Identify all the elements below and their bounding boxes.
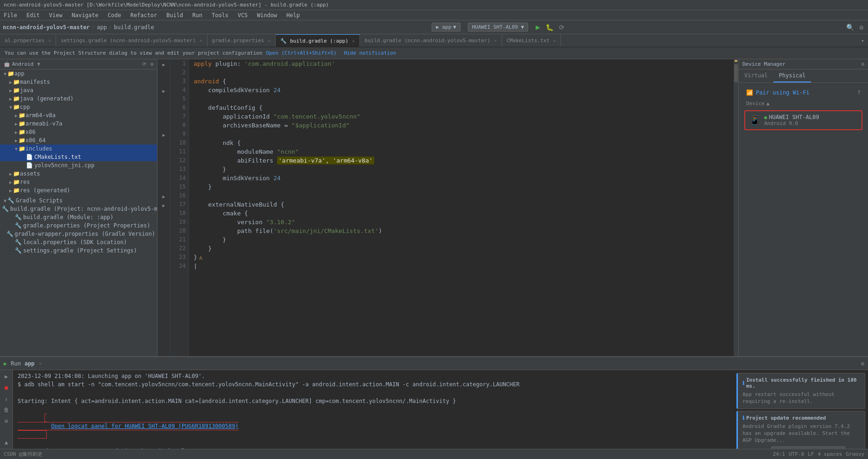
close-icon[interactable]: ✕ [352,38,355,44]
notif-more-link[interactable]: More [848,448,861,449]
logcat-link[interactable]: Open logcat panel for HUAWEI SHT-AL09 (P… [18,414,239,439]
run-settings-icon[interactable]: ⚙ [861,360,864,367]
run-config-dropdown[interactable]: ▶ app ▼ [432,23,460,31]
tree-item-res[interactable]: ▶ 📁 res [0,178,157,186]
tree-item-includes[interactable]: ▼ 📁 includes [0,145,157,153]
device-section-label: Device [746,101,765,107]
open-project-structure-link[interactable]: Open (Ctrl+Alt+Shift+S) [266,50,336,56]
tree-item-cmakelists[interactable]: 📄 CMakeLists.txt [0,153,157,161]
device-manager-settings-icon[interactable]: ⚙ [861,61,864,67]
tab-settings-gradle[interactable]: settings.gradle (ncnn-android-yolov5-mas… [56,34,207,47]
sidebar-sync-icon[interactable]: ⟳ [142,61,146,67]
tree-item-res-generated[interactable]: ▶ 📁 res (generated) [0,186,157,195]
tree-item-build-gradle-project[interactable]: 🔧 build.gradle (Project: ncnn-android-yo… [0,205,157,213]
expand-arrow: ▶ [15,130,18,135]
menu-view[interactable]: View [47,12,64,19]
menu-run[interactable]: Run [190,12,204,19]
agp-upgrade-button[interactable]: Start AGP Upgrade Assistant [771,446,845,449]
code-line-11: moduleName "ncnn" [194,147,729,156]
sidebar-gear-icon[interactable]: ⚙ [150,61,153,67]
device-section-arrow: ▲ [767,101,770,107]
run-filter-button[interactable]: ⚙ [2,416,11,426]
dm-tab-virtual[interactable]: Virtual [739,69,774,82]
tree-item-x86[interactable]: ▶ 📁 x86 [0,128,157,136]
menu-window[interactable]: Window [255,12,279,19]
menu-code[interactable]: Code [106,12,123,19]
sidebar-dropdown-icon[interactable]: ▼ [37,61,40,67]
code-line-10: ndk { [194,138,729,147]
run-log: 2023-12-09 21:04:08: Launching app on 'H… [13,370,734,449]
run-tab-close[interactable]: ✕ [39,361,42,366]
tree-item-gradle-properties[interactable]: 🔧 gradle.properties (Project Properties) [0,221,157,230]
tree-item-armeabi-v7a[interactable]: ▶ 📁 armeabi-v7a [0,119,157,128]
tab-al-properties[interactable]: al.properties ✕ [0,34,56,47]
close-icon[interactable]: ✕ [494,38,497,43]
run-fold-button[interactable]: ▲ [2,438,11,447]
device-card-huawei[interactable]: 📱 ● HUAWEI SHT-AL09 Android 9.0 [744,110,862,130]
pair-wifi-label: Pair using Wi-Fi [756,89,810,96]
close-icon[interactable]: ✕ [48,38,51,43]
logcat-link-text[interactable]: Open logcat panel for HUAWEI SHT-AL09 (P… [51,423,239,429]
menu-vcs[interactable]: VCS [236,12,250,19]
tab-cmakelists[interactable]: CMakeLists.txt ✕ [502,34,561,47]
tree-item-arm64-v8a[interactable]: ▶ 📁 arm64-v8a [0,111,157,119]
gradle-icon: 🔧 [280,38,287,44]
close-icon[interactable]: ✕ [553,38,556,43]
menu-refactor[interactable]: Refactor [128,12,159,19]
editor-scrollbar[interactable] [734,59,738,356]
toolbar-sync[interactable]: ⟳ [557,24,566,31]
device-selector[interactable]: HUAWEI SHT-AL09 ▼ [468,23,528,31]
tab-gradle-properties[interactable]: gradle.properties ✕ [208,34,276,47]
run-button[interactable]: ▶ [534,23,542,31]
folder-icon: 📁 [13,187,20,194]
run-restart-button[interactable]: ▶ [2,372,11,381]
code-line-13: } [194,165,729,174]
dm-tab-physical[interactable]: Physical [774,69,811,82]
debug-button[interactable]: 🐛 [544,24,555,31]
close-icon[interactable]: ✕ [200,38,202,43]
menu-tools[interactable]: Tools [210,12,230,19]
tree-item-assets[interactable]: ▶ 📁 assets [0,170,157,178]
tree-item-yolov5-jni[interactable]: 📄 yolov5ncnn_jni.cpp [0,161,157,170]
run-scroll-end-button[interactable]: ↓ [2,394,11,403]
menu-navigate[interactable]: Navigate [70,12,101,19]
help-icon[interactable]: ? [857,89,861,96]
tree-item-build-gradle-module[interactable]: 🔧 build.gradle (Module: :app) [0,213,157,221]
menu-build[interactable]: Build [164,12,185,19]
tree-item-gradle-wrapper[interactable]: 🔧 gradle-wrapper.properties (Gradle Vers… [0,230,157,238]
folder-icon: 📁 [13,170,20,177]
code-editor[interactable]: apply plugin: 'com.android.application' … [189,59,734,356]
android-icon: 🤖 [4,61,10,67]
log-line-5[interactable]: Open logcat panel for HUAWEI SHT-AL09 (P… [18,405,729,447]
expand-arrow: ▶ [15,113,18,118]
tree-item-app[interactable]: ▼ 📁 app [0,69,157,78]
menu-help[interactable]: Help [284,12,302,19]
tree-item-manifests[interactable]: ▶ 📁 manifests [0,78,157,86]
tree-item-java-generated[interactable]: ▶ 📁 java (generated) [0,94,157,103]
expand-arrow: ▼ [15,146,18,151]
menu-edit[interactable]: Edit [25,12,42,19]
folder-icon: 📁 [19,137,25,144]
tree-item-settings-gradle[interactable]: 🔧 settings.gradle (Project Settings) [0,246,157,255]
tab-build-gradle-app[interactable]: 🔧 build.gradle (:app) ✕ [276,34,360,47]
menu-file[interactable]: File [2,12,19,19]
search-icon[interactable]: 🔍 [844,24,856,31]
run-clear-button[interactable]: 🗑 [2,405,11,415]
run-stop-button[interactable]: ■ [2,383,11,392]
tab-build-gradle-master[interactable]: build.gradle (ncnn-android-yolov5-master… [360,34,502,47]
tree-label: res (generated) [20,187,70,194]
device-name-text: HUAWEI SHT-AL09 [769,114,819,120]
tree-label: arm64-v8a [25,112,56,119]
close-icon[interactable]: ✕ [268,38,270,43]
run-tab-label[interactable]: Run [11,360,21,367]
tree-item-x86-64[interactable]: ▶ 📁 x86_64 [0,136,157,145]
tree-item-java[interactable]: ▶ 📁 java [0,86,157,94]
props-file-icon: 🔧 [6,231,13,237]
settings-icon[interactable]: ⚙ [858,24,865,31]
tab-overflow[interactable]: ▾ [857,38,868,44]
pair-wifi-button[interactable]: 📶 Pair using Wi-Fi ? [742,87,864,99]
tree-item-local-properties[interactable]: 🔧 local.properties (SDK Location) [0,238,157,246]
hide-notification-link[interactable]: Hide notification [344,50,396,56]
cpp-file-icon: 📄 [26,162,33,169]
tree-item-cpp[interactable]: ▼ 📁 cpp [0,103,157,111]
